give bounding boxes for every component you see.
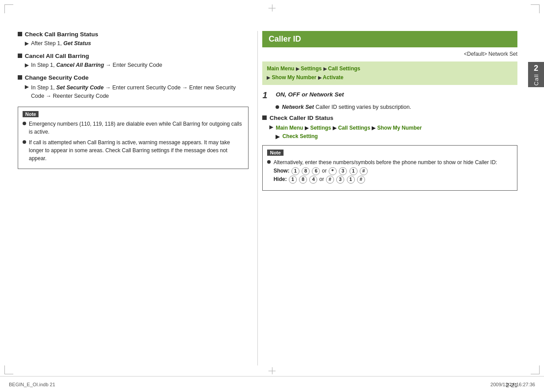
- breadcrumb-settings: Settings: [301, 65, 322, 72]
- sub-check-caller-id: ▶ Main Menu ▶ Settings ▶ Call Settings ▶…: [269, 124, 517, 140]
- note-bullet-1: [23, 122, 26, 125]
- hide-or-1: or: [319, 176, 326, 182]
- left-column: Check Call Barring Status ▶ After Step 1…: [18, 31, 257, 365]
- step-1-number: 1: [262, 90, 271, 100]
- key-1b-show: 1: [350, 167, 357, 175]
- key-1-show: 1: [291, 167, 299, 175]
- check-caller-id-section: Check Caller ID Status ▶ Main Menu ▶ Set…: [262, 115, 517, 140]
- arrow-icon-change-security: ▶: [25, 84, 29, 90]
- step-sub-bullet: [276, 105, 279, 109]
- corner-mark-br: [531, 365, 540, 374]
- right-note-box: Note Alternatively, enter these numbers/…: [262, 145, 517, 191]
- note-intro: Alternatively, enter these numbers/symbo…: [273, 159, 497, 165]
- bottom-bar: BEGIN_E_OI.indb 21 2009/12/14 16:27:36: [0, 376, 544, 392]
- caller-id-header: Caller ID: [262, 31, 517, 47]
- page-container: 2 Call Check Call Barring Status ▶ After…: [0, 0, 544, 392]
- arrow-icon-check-barring: ▶: [25, 40, 29, 46]
- key-hash-hide: #: [326, 176, 334, 184]
- breadcrumb-activate: Activate: [323, 74, 344, 81]
- corner-mark-tr: [531, 4, 540, 13]
- section-title-check-caller-id: Check Caller ID Status: [269, 115, 333, 121]
- chapter-number: 2: [534, 64, 538, 73]
- corner-mark-tl: [4, 4, 13, 13]
- breadcrumb-main-menu: Main Menu: [267, 65, 294, 72]
- key-1-hide: 1: [289, 176, 297, 184]
- section-title-change-security: Change Security Code: [25, 74, 89, 81]
- section-cancel-barring: Cancel All Call Barring: [18, 53, 249, 59]
- sub-item-cancel-barring: ▶ In Step 1, Cancel All Barring → Enter …: [25, 62, 249, 68]
- arrow-icon-cancel-barring: ▶: [25, 62, 29, 68]
- footer-right: 2009/12/14 16:27:36: [490, 382, 535, 387]
- square-bullet-2: [18, 54, 22, 58]
- sub-item-check-barring: ▶ After Step 1, Get Status: [25, 40, 249, 46]
- right-note-content: Alternatively, enter these numbers/symbo…: [273, 158, 497, 184]
- section-check-barring: Check Call Barring Status: [18, 31, 249, 38]
- key-6-show: 6: [312, 167, 320, 175]
- key-1b-hide: 1: [347, 176, 355, 184]
- sub-item-change-security: ▶ In Step 1, Set Security Code → Enter c…: [25, 84, 249, 100]
- section-title-check-barring: Check Call Barring Status: [25, 31, 98, 38]
- key-8-show: 8: [302, 167, 310, 175]
- arrow-icon-caller: ▶: [269, 124, 273, 130]
- breadcrumb-call-settings: Call Settings: [328, 65, 361, 72]
- section-change-security: Change Security Code: [18, 74, 249, 81]
- default-note: <Default> Network Set: [262, 51, 517, 57]
- caller-id-title: Caller ID: [268, 35, 301, 43]
- right-note-label: Note: [267, 150, 283, 156]
- center-mark-bottom: [268, 367, 276, 374]
- show-or-1: or: [322, 168, 328, 174]
- sub-text-change-security: In Step 1, Set Security Code → Enter cur…: [31, 84, 249, 100]
- square-bullet-caller: [262, 115, 267, 120]
- center-mark-top: [268, 4, 276, 12]
- left-note-item-2: If call is attempted when Call Barring i…: [23, 138, 244, 162]
- left-note-item-1: Emergency numbers (110, 119, 118) are di…: [23, 120, 244, 136]
- chapter-tab: 2 Call: [528, 62, 544, 87]
- sub-text-check-barring: After Step 1, Get Status: [31, 40, 91, 46]
- key-4-hide: 4: [309, 176, 317, 184]
- right-note-item: Alternatively, enter these numbers/symbo…: [267, 158, 513, 184]
- key-hash2-hide: #: [357, 176, 365, 184]
- section-check-caller-id: Check Caller ID Status: [262, 115, 517, 121]
- sub-text-cancel-barring: In Step 1, Cancel All Barring → Enter Se…: [31, 62, 162, 68]
- right-note-bullet: [267, 160, 271, 164]
- footer-left: BEGIN_E_OI.indb 21: [9, 382, 55, 387]
- sub-breadcrumb-caller: Main Menu ▶ Settings ▶ Call Settings ▶ S…: [276, 124, 422, 132]
- hide-label: Hide:: [273, 176, 288, 182]
- key-8-hide: 8: [299, 176, 307, 184]
- breadcrumb-show-number: Show My Number: [272, 74, 317, 81]
- key-3-show: 3: [339, 167, 347, 175]
- breadcrumb-arrow-1: ▶: [296, 66, 301, 71]
- step-1-row: 1 ON, OFF or Network Set: [262, 90, 517, 100]
- breadcrumb-arrow-4: ▶: [318, 75, 323, 80]
- breadcrumb-bar-1: Main Menu ▶ Settings ▶ Call Settings ▶ S…: [262, 61, 517, 85]
- note-text-1: Emergency numbers (110, 119, 118) are di…: [29, 120, 244, 136]
- key-hash-show: #: [360, 167, 368, 175]
- square-bullet-3: [18, 75, 22, 80]
- left-note-label: Note: [23, 111, 39, 117]
- section-title-cancel-barring: Cancel All Call Barring: [25, 53, 89, 59]
- step-1-content: ON, OFF or Network Set: [276, 90, 344, 99]
- chapter-label: Call: [533, 74, 540, 85]
- step-sub-text: Network Set Caller ID setting varies by …: [282, 104, 411, 110]
- step-1-sub: Network Set Caller ID setting varies by …: [276, 104, 517, 110]
- note-text-2: If call is attempted when Call Barring i…: [29, 138, 244, 162]
- content-area: Check Call Barring Status ▶ After Step 1…: [18, 31, 517, 365]
- breadcrumb-arrow-3: ▶: [267, 75, 272, 80]
- note-bullet-2: [23, 140, 26, 144]
- right-column: Caller ID <Default> Network Set Main Men…: [257, 31, 517, 365]
- left-note-box: Note Emergency numbers (110, 119, 118) a…: [18, 107, 249, 169]
- default-note-text: <Default> Network Set: [464, 51, 517, 57]
- key-3-hide: 3: [336, 176, 344, 184]
- square-bullet: [18, 32, 22, 36]
- breadcrumb-arrow-2: ▶: [323, 66, 328, 71]
- corner-mark-bl: [4, 365, 13, 374]
- show-label: Show:: [273, 168, 291, 174]
- key-star-show: ＊: [329, 167, 337, 175]
